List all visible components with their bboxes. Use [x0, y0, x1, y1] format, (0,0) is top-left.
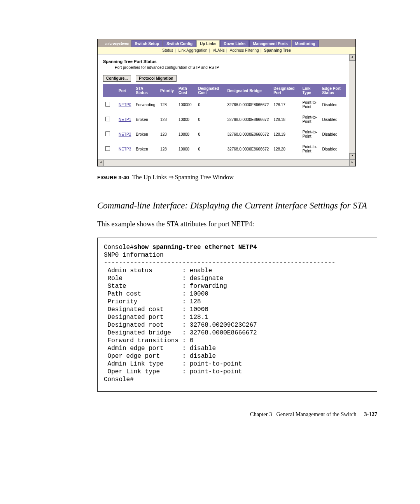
port-link[interactable]: NETP1 — [119, 117, 131, 122]
cell-priority: 128 — [158, 142, 176, 156]
subtab-vlans[interactable]: VLANs — [213, 48, 225, 52]
cell-sta: Broken — [133, 127, 158, 142]
cell-path-cost: 10000 — [176, 127, 196, 142]
port-link[interactable]: NETP3 — [119, 147, 131, 151]
section-subtitle: Port properties for advanced configurati… — [115, 65, 346, 70]
cell-des-port: 128.18 — [271, 112, 300, 127]
cell-edge-status: Disabled — [320, 97, 346, 112]
cell-path-cost: 10000 — [176, 112, 196, 127]
port-link[interactable]: NETP2 — [119, 132, 131, 136]
protocol-migration-button[interactable]: Protocol Migration — [136, 75, 176, 82]
cell-sta: Forwarding — [133, 97, 158, 112]
cell-priority: 128 — [158, 112, 176, 127]
tab-management-ports[interactable]: Management Ports — [249, 40, 291, 47]
scroll-left-icon[interactable]: ◂ — [98, 160, 104, 166]
cell-path-cost: 100000 — [176, 97, 196, 112]
table-row: NETP3Broken12810000032768.0.0000E8666672… — [103, 142, 346, 156]
row-checkbox[interactable] — [105, 146, 110, 151]
cell-link-type: Point-to-Point — [300, 142, 320, 156]
tab-switch-setup[interactable]: Switch Setup — [131, 40, 163, 47]
row-checkbox[interactable] — [105, 117, 110, 121]
scroll-right-icon[interactable]: ▸ — [349, 160, 355, 166]
table-row: NETP1Broken12810000032768.0.0000E8666672… — [103, 112, 346, 127]
col-priority: Priority — [158, 84, 176, 97]
cli-section-heading: Command-line Interface: Displaying the C… — [97, 200, 377, 212]
cell-des-bridge: 32768.0.0000E8666672 — [225, 127, 271, 142]
body-paragraph: This example shows the STA attributes fo… — [97, 220, 377, 228]
cell-des-port: 128.20 — [271, 142, 300, 156]
scroll-up-icon[interactable]: ▴ — [349, 54, 355, 61]
col-path-cost: Path Cost — [176, 84, 196, 97]
subtab-address-filtering[interactable]: Address Filtering — [230, 48, 259, 52]
uplinks-spanning-tree-window: microsystems Switch Setup Switch Config … — [97, 39, 356, 166]
cell-des-port: 128.19 — [271, 127, 300, 142]
subtab-spanning-tree[interactable]: Spanning Tree — [264, 48, 291, 52]
table-row: NETP0Forwarding128100000032768.0.0000E86… — [103, 97, 346, 112]
col-sta-status: STA Status — [133, 84, 158, 97]
vertical-scrollbar[interactable]: ▴ ▾ — [349, 54, 355, 159]
col-link-type: Link Type — [300, 84, 320, 97]
cell-link-type: Point-to-Point — [300, 112, 320, 127]
figure-caption: FIGURE 3-40 The Up Links ⇒ Spanning Tree… — [97, 173, 377, 181]
col-designated-cost: Designated Cost — [196, 84, 225, 97]
cell-des-cost: 0 — [196, 127, 225, 142]
cell-link-type: Point-to-Point — [300, 97, 320, 112]
row-checkbox[interactable] — [105, 102, 110, 107]
col-designated-port: Designated Port — [271, 84, 300, 97]
tab-switch-config[interactable]: Switch Config — [163, 40, 196, 47]
sub-tab-bar: Status| Link Aggregation| VLANs| Address… — [98, 47, 355, 54]
scroll-down-icon[interactable]: ▾ — [349, 153, 355, 159]
cell-priority: 128 — [158, 127, 176, 142]
section-title: Spanning Tree Port Status — [103, 59, 346, 64]
table-row: NETP2Broken12810000032768.0.0000E8666672… — [103, 127, 346, 142]
cell-edge-status: Disabled — [320, 112, 346, 127]
cell-edge-status: Disabled — [320, 127, 346, 142]
cell-des-bridge: 32768.0.0000E8666672 — [225, 142, 271, 156]
configure-button[interactable]: Configure... — [103, 75, 131, 82]
console-output: Console#show spanning-tree ethernet NETP… — [97, 238, 377, 392]
col-designated-bridge: Designated Bridge — [225, 84, 271, 97]
tab-down-links[interactable]: Down Links — [220, 40, 249, 47]
subtab-link-aggregation[interactable]: Link Aggregation — [178, 48, 208, 52]
cell-priority: 128 — [158, 97, 176, 112]
cell-edge-status: Disabled — [320, 142, 346, 156]
tab-up-links[interactable]: Up Links — [196, 40, 220, 47]
subtab-status[interactable]: Status — [162, 48, 173, 52]
cell-des-cost: 0 — [196, 97, 225, 112]
cell-des-cost: 0 — [196, 142, 225, 156]
tab-monitoring[interactable]: Monitoring — [292, 40, 319, 47]
cell-des-bridge: 32768.0.0000E8666672 — [225, 112, 271, 127]
cell-des-port: 128.17 — [271, 97, 300, 112]
cell-sta: Broken — [133, 142, 158, 156]
horizontal-scrollbar[interactable]: ◂ ▸ — [98, 159, 355, 166]
col-edge-port-status: Edge Port Status — [320, 84, 346, 97]
cell-sta: Broken — [133, 112, 158, 127]
cell-path-cost: 10000 — [176, 142, 196, 156]
row-checkbox[interactable] — [105, 131, 110, 136]
port-status-table: Port STA Status Priority Path Cost Desig… — [103, 84, 346, 156]
page-footer: Chapter 3 General Management of the Swit… — [97, 411, 377, 418]
cell-des-cost: 0 — [196, 112, 225, 127]
col-port: Port — [116, 84, 133, 97]
logo-text: microsystems — [105, 41, 131, 47]
port-link[interactable]: NETP0 — [119, 103, 131, 107]
cell-link-type: Point-to-Point — [300, 127, 320, 142]
cell-des-bridge: 32768.0.0000E8666672 — [225, 97, 271, 112]
tab-bar: microsystems Switch Setup Switch Config … — [98, 39, 355, 54]
